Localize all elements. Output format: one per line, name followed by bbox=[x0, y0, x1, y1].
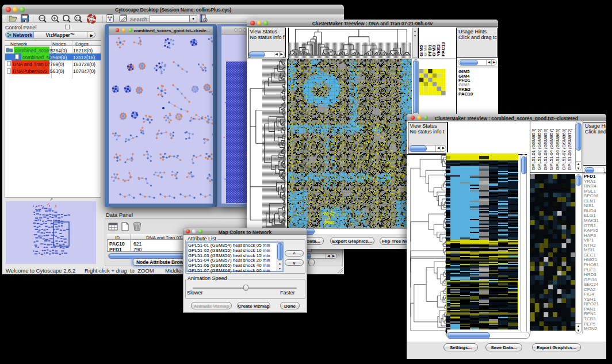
svg-text:GPL51-02 (GSM855): GPL51-02 (GSM855) bbox=[537, 128, 542, 170]
svg-text:1:1: 1:1 bbox=[76, 17, 81, 20]
svg-text:GPL51-07 (GSM868): GPL51-07 (GSM868) bbox=[561, 128, 567, 170]
svg-text:GPL51-01 (GSM854): GPL51-01 (GSM854) bbox=[531, 128, 536, 170]
svg-text:GPL51-06 (GSM865): GPL51-06 (GSM865) bbox=[555, 128, 560, 170]
svg-text:PAC10: PAC10 bbox=[441, 41, 446, 56]
svg-text:GPL51-04 (GSM857): GPL51-04 (GSM857) bbox=[549, 128, 554, 170]
svg-text:GPL51-03 (GSM856): GPL51-03 (GSM856) bbox=[543, 128, 548, 170]
svg-text:GPL51-08 (GSM872): GPL51-08 (GSM872) bbox=[567, 128, 572, 170]
